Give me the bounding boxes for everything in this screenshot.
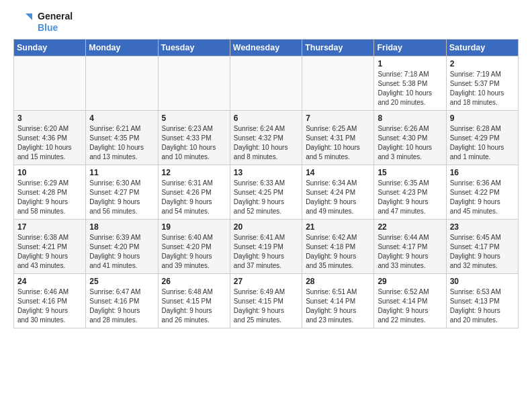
day-info: Sunrise: 6:45 AM Sunset: 4:17 PM Dayligh…: [450, 233, 515, 271]
logo-general: General: [38, 11, 73, 22]
calendar-cell: 19Sunrise: 6:40 AM Sunset: 4:20 PM Dayli…: [158, 219, 230, 273]
day-info: Sunrise: 6:41 AM Sunset: 4:19 PM Dayligh…: [234, 233, 298, 271]
weekday-header: Friday: [374, 39, 446, 56]
day-number: 12: [162, 168, 226, 177]
calendar-cell: [230, 56, 302, 110]
logo-blue: Blue: [38, 22, 73, 34]
calendar-cell: 8Sunrise: 6:26 AM Sunset: 4:30 PM Daylig…: [374, 110, 446, 165]
calendar-cell: 13Sunrise: 6:33 AM Sunset: 4:25 PM Dayli…: [230, 165, 302, 219]
day-number: 8: [378, 113, 442, 123]
weekday-header: Wednesday: [230, 39, 302, 56]
calendar-cell: 15Sunrise: 6:35 AM Sunset: 4:23 PM Dayli…: [374, 165, 446, 219]
day-info: Sunrise: 6:47 AM Sunset: 4:16 PM Dayligh…: [89, 287, 154, 325]
day-info: Sunrise: 6:36 AM Sunset: 4:22 PM Dayligh…: [450, 179, 515, 216]
calendar-cell: 20Sunrise: 6:41 AM Sunset: 4:19 PM Dayli…: [230, 219, 302, 273]
logo: General Blue: [13, 11, 73, 34]
day-info: Sunrise: 6:24 AM Sunset: 4:32 PM Dayligh…: [234, 124, 298, 162]
calendar-cell: 7Sunrise: 6:25 AM Sunset: 4:31 PM Daylig…: [302, 110, 374, 165]
day-number: 15: [378, 168, 442, 177]
day-info: Sunrise: 6:20 AM Sunset: 4:36 PM Dayligh…: [17, 124, 82, 162]
calendar-cell: 2Sunrise: 7:19 AM Sunset: 5:37 PM Daylig…: [446, 56, 518, 110]
day-info: Sunrise: 6:53 AM Sunset: 4:13 PM Dayligh…: [450, 287, 515, 325]
day-number: 30: [450, 277, 515, 286]
day-info: Sunrise: 6:34 AM Sunset: 4:24 PM Dayligh…: [306, 179, 370, 216]
calendar-cell: [302, 56, 374, 110]
weekday-header: Saturday: [446, 39, 518, 56]
day-info: Sunrise: 6:26 AM Sunset: 4:30 PM Dayligh…: [378, 124, 442, 162]
day-info: Sunrise: 6:29 AM Sunset: 4:28 PM Dayligh…: [17, 179, 82, 216]
calendar-week: 24Sunrise: 6:46 AM Sunset: 4:16 PM Dayli…: [14, 273, 519, 328]
weekday-header: Tuesday: [158, 39, 230, 56]
calendar-cell: 22Sunrise: 6:44 AM Sunset: 4:17 PM Dayli…: [374, 219, 446, 273]
weekday-header: Sunday: [14, 39, 86, 56]
calendar-cell: 24Sunrise: 6:46 AM Sunset: 4:16 PM Dayli…: [14, 273, 86, 328]
day-number: 18: [89, 222, 154, 232]
day-number: 13: [234, 168, 298, 177]
day-number: 17: [17, 222, 82, 232]
day-number: 1: [378, 59, 442, 68]
day-number: 6: [234, 113, 298, 123]
calendar-cell: 12Sunrise: 6:31 AM Sunset: 4:26 PM Dayli…: [158, 165, 230, 219]
calendar-cell: 17Sunrise: 6:38 AM Sunset: 4:21 PM Dayli…: [14, 219, 86, 273]
calendar-week: 10Sunrise: 6:29 AM Sunset: 4:28 PM Dayli…: [14, 165, 519, 219]
day-number: 21: [306, 222, 370, 232]
calendar-cell: 9Sunrise: 6:28 AM Sunset: 4:29 PM Daylig…: [446, 110, 518, 165]
day-number: 5: [162, 113, 226, 123]
day-info: Sunrise: 6:44 AM Sunset: 4:17 PM Dayligh…: [378, 233, 442, 271]
day-info: Sunrise: 7:18 AM Sunset: 5:38 PM Dayligh…: [378, 70, 442, 107]
day-number: 22: [378, 222, 442, 232]
day-number: 29: [378, 277, 442, 286]
day-number: 26: [162, 277, 226, 286]
day-number: 10: [17, 168, 82, 177]
calendar-cell: 23Sunrise: 6:45 AM Sunset: 4:17 PM Dayli…: [446, 219, 518, 273]
day-number: 4: [89, 113, 154, 123]
weekday-header: Monday: [86, 39, 158, 56]
header: General Blue: [13, 11, 519, 34]
calendar-cell: 10Sunrise: 6:29 AM Sunset: 4:28 PM Dayli…: [14, 165, 86, 219]
day-info: Sunrise: 7:19 AM Sunset: 5:37 PM Dayligh…: [450, 70, 515, 107]
calendar-cell: 29Sunrise: 6:52 AM Sunset: 4:14 PM Dayli…: [374, 273, 446, 328]
day-number: 11: [89, 168, 154, 177]
calendar-cell: 16Sunrise: 6:36 AM Sunset: 4:22 PM Dayli…: [446, 165, 518, 219]
calendar-table: SundayMondayTuesdayWednesdayThursdayFrid…: [13, 39, 519, 328]
day-number: 7: [306, 113, 370, 123]
day-number: 24: [17, 277, 82, 286]
day-info: Sunrise: 6:31 AM Sunset: 4:26 PM Dayligh…: [162, 179, 226, 216]
day-info: Sunrise: 6:21 AM Sunset: 4:35 PM Dayligh…: [89, 124, 154, 162]
calendar-cell: 6Sunrise: 6:24 AM Sunset: 4:32 PM Daylig…: [230, 110, 302, 165]
calendar-cell: 5Sunrise: 6:23 AM Sunset: 4:33 PM Daylig…: [158, 110, 230, 165]
day-info: Sunrise: 6:39 AM Sunset: 4:20 PM Dayligh…: [89, 233, 154, 271]
day-info: Sunrise: 6:28 AM Sunset: 4:29 PM Dayligh…: [450, 124, 515, 162]
calendar-cell: [158, 56, 230, 110]
day-info: Sunrise: 6:40 AM Sunset: 4:20 PM Dayligh…: [162, 233, 226, 271]
day-number: 3: [17, 113, 82, 123]
day-number: 25: [89, 277, 154, 286]
logo-svg: [13, 12, 34, 32]
day-number: 2: [450, 59, 515, 68]
calendar-cell: 27Sunrise: 6:49 AM Sunset: 4:15 PM Dayli…: [230, 273, 302, 328]
calendar-cell: [86, 56, 158, 110]
day-info: Sunrise: 6:46 AM Sunset: 4:16 PM Dayligh…: [17, 287, 82, 325]
day-info: Sunrise: 6:48 AM Sunset: 4:15 PM Dayligh…: [162, 287, 226, 325]
day-number: 20: [234, 222, 298, 232]
day-info: Sunrise: 6:52 AM Sunset: 4:14 PM Dayligh…: [378, 287, 442, 325]
day-number: 16: [450, 168, 515, 177]
weekday-header: Thursday: [302, 39, 374, 56]
calendar-cell: [14, 56, 86, 110]
calendar-cell: 21Sunrise: 6:42 AM Sunset: 4:18 PM Dayli…: [302, 219, 374, 273]
day-number: 9: [450, 113, 515, 123]
calendar-page: General Blue SundayMondayTuesdayWednesda…: [0, 0, 532, 335]
calendar-cell: 18Sunrise: 6:39 AM Sunset: 4:20 PM Dayli…: [86, 219, 158, 273]
calendar-cell: 14Sunrise: 6:34 AM Sunset: 4:24 PM Dayli…: [302, 165, 374, 219]
day-info: Sunrise: 6:49 AM Sunset: 4:15 PM Dayligh…: [234, 287, 298, 325]
calendar-cell: 1Sunrise: 7:18 AM Sunset: 5:38 PM Daylig…: [374, 56, 446, 110]
calendar-week: 3Sunrise: 6:20 AM Sunset: 4:36 PM Daylig…: [14, 110, 519, 165]
calendar-cell: 26Sunrise: 6:48 AM Sunset: 4:15 PM Dayli…: [158, 273, 230, 328]
calendar-cell: 30Sunrise: 6:53 AM Sunset: 4:13 PM Dayli…: [446, 273, 518, 328]
calendar-cell: 4Sunrise: 6:21 AM Sunset: 4:35 PM Daylig…: [86, 110, 158, 165]
calendar-week: 1Sunrise: 7:18 AM Sunset: 5:38 PM Daylig…: [14, 56, 519, 110]
day-info: Sunrise: 6:25 AM Sunset: 4:31 PM Dayligh…: [306, 124, 370, 162]
day-info: Sunrise: 6:35 AM Sunset: 4:23 PM Dayligh…: [378, 179, 442, 216]
day-info: Sunrise: 6:23 AM Sunset: 4:33 PM Dayligh…: [162, 124, 226, 162]
calendar-cell: 28Sunrise: 6:51 AM Sunset: 4:14 PM Dayli…: [302, 273, 374, 328]
